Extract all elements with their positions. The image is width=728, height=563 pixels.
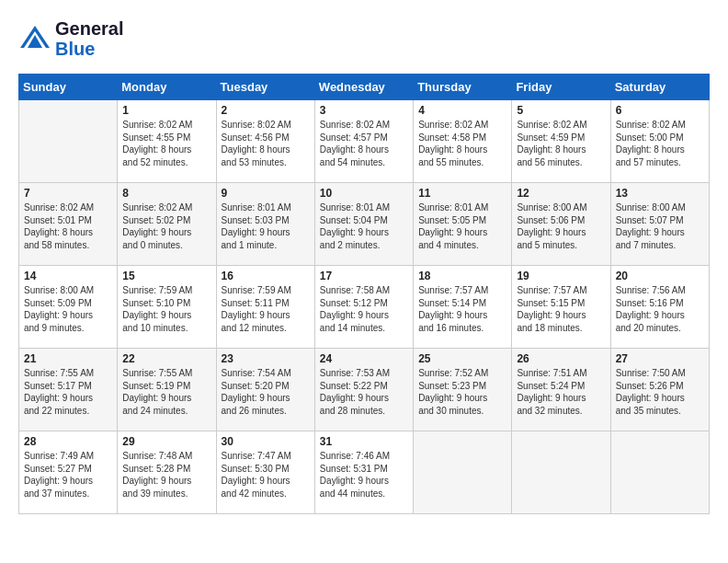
day-number: 10 <box>320 187 408 200</box>
calendar-cell: 25Sunrise: 7:52 AM Sunset: 5:23 PM Dayli… <box>414 349 512 431</box>
day-info: Sunrise: 8:01 AM Sunset: 5:05 PM Dayligh… <box>418 201 506 251</box>
calendar-cell: 22Sunrise: 7:55 AM Sunset: 5:19 PM Dayli… <box>118 349 216 431</box>
day-number: 5 <box>517 104 605 117</box>
day-info: Sunrise: 7:57 AM Sunset: 5:14 PM Dayligh… <box>418 284 506 334</box>
day-number: 15 <box>122 270 210 282</box>
calendar-cell: 27Sunrise: 7:50 AM Sunset: 5:26 PM Dayli… <box>610 349 709 431</box>
day-number: 17 <box>320 270 408 282</box>
calendar-cell: 30Sunrise: 7:47 AM Sunset: 5:30 PM Dayli… <box>216 431 314 514</box>
day-info: Sunrise: 7:54 AM Sunset: 5:20 PM Dayligh… <box>222 367 310 417</box>
day-number: 21 <box>24 352 112 365</box>
day-info: Sunrise: 8:02 AM Sunset: 4:58 PM Dayligh… <box>418 119 506 168</box>
weekday-header-monday: Monday <box>118 75 216 100</box>
calendar-cell: 28Sunrise: 7:49 AM Sunset: 5:27 PM Dayli… <box>19 431 118 514</box>
day-number: 26 <box>517 352 605 365</box>
calendar-cell: 16Sunrise: 7:59 AM Sunset: 5:11 PM Dayli… <box>216 266 314 349</box>
day-number: 8 <box>122 187 210 200</box>
day-number: 24 <box>320 352 408 365</box>
calendar-cell: 12Sunrise: 8:00 AM Sunset: 5:06 PM Dayli… <box>512 183 610 266</box>
calendar-cell: 17Sunrise: 7:58 AM Sunset: 5:12 PM Dayli… <box>314 266 413 349</box>
day-number: 19 <box>517 270 605 282</box>
day-number: 9 <box>222 187 310 200</box>
day-info: Sunrise: 7:50 AM Sunset: 5:26 PM Dayligh… <box>616 367 704 417</box>
week-row-4: 21Sunrise: 7:55 AM Sunset: 5:17 PM Dayli… <box>19 349 710 431</box>
calendar-cell <box>610 431 709 514</box>
day-info: Sunrise: 8:00 AM Sunset: 5:06 PM Dayligh… <box>517 201 605 251</box>
day-info: Sunrise: 7:52 AM Sunset: 5:23 PM Dayligh… <box>418 367 506 417</box>
week-row-2: 7Sunrise: 8:02 AM Sunset: 5:01 PM Daylig… <box>19 183 710 266</box>
calendar-cell: 18Sunrise: 7:57 AM Sunset: 5:14 PM Dayli… <box>414 266 512 349</box>
day-info: Sunrise: 8:02 AM Sunset: 4:56 PM Dayligh… <box>222 119 310 168</box>
calendar-cell: 10Sunrise: 8:01 AM Sunset: 5:04 PM Dayli… <box>314 183 413 266</box>
day-number: 16 <box>222 270 310 282</box>
day-number: 1 <box>122 104 210 117</box>
day-number: 3 <box>320 104 408 117</box>
day-info: Sunrise: 7:47 AM Sunset: 5:30 PM Dayligh… <box>222 450 310 500</box>
calendar-cell: 26Sunrise: 7:51 AM Sunset: 5:24 PM Dayli… <box>512 349 610 431</box>
calendar-cell: 13Sunrise: 8:00 AM Sunset: 5:07 PM Dayli… <box>610 183 709 266</box>
day-info: Sunrise: 8:02 AM Sunset: 4:55 PM Dayligh… <box>122 119 210 168</box>
day-number: 25 <box>418 352 506 365</box>
calendar-cell: 31Sunrise: 7:46 AM Sunset: 5:31 PM Dayli… <box>314 431 413 514</box>
day-number: 11 <box>418 187 506 200</box>
calendar-cell: 24Sunrise: 7:53 AM Sunset: 5:22 PM Dayli… <box>314 349 413 431</box>
day-info: Sunrise: 8:02 AM Sunset: 5:01 PM Dayligh… <box>24 201 112 251</box>
day-info: Sunrise: 7:59 AM Sunset: 5:11 PM Dayligh… <box>222 284 310 334</box>
week-row-5: 28Sunrise: 7:49 AM Sunset: 5:27 PM Dayli… <box>19 431 710 514</box>
day-number: 27 <box>616 352 704 365</box>
calendar-cell: 5Sunrise: 8:02 AM Sunset: 4:59 PM Daylig… <box>512 100 610 183</box>
day-number: 29 <box>122 435 210 448</box>
day-number: 14 <box>24 270 112 282</box>
weekday-header-sunday: Sunday <box>19 75 118 100</box>
day-info: Sunrise: 8:02 AM Sunset: 5:02 PM Dayligh… <box>122 201 210 251</box>
logo-text: General Blue <box>55 18 123 59</box>
day-number: 6 <box>616 104 704 117</box>
week-row-1: 1Sunrise: 8:02 AM Sunset: 4:55 PM Daylig… <box>19 100 710 183</box>
day-number: 7 <box>24 187 112 200</box>
day-number: 20 <box>616 270 704 282</box>
calendar-table: SundayMondayTuesdayWednesdayThursdayFrid… <box>18 74 710 514</box>
weekday-header-thursday: Thursday <box>414 75 512 100</box>
calendar-cell: 2Sunrise: 8:02 AM Sunset: 4:56 PM Daylig… <box>216 100 314 183</box>
day-info: Sunrise: 7:55 AM Sunset: 5:17 PM Dayligh… <box>24 367 112 417</box>
weekday-header-wednesday: Wednesday <box>314 75 413 100</box>
day-info: Sunrise: 7:51 AM Sunset: 5:24 PM Dayligh… <box>517 367 605 417</box>
day-info: Sunrise: 7:48 AM Sunset: 5:28 PM Dayligh… <box>122 450 210 500</box>
calendar-cell <box>414 431 512 514</box>
day-info: Sunrise: 7:53 AM Sunset: 5:22 PM Dayligh… <box>320 367 408 417</box>
calendar-cell: 15Sunrise: 7:59 AM Sunset: 5:10 PM Dayli… <box>118 266 216 349</box>
calendar-cell: 20Sunrise: 7:56 AM Sunset: 5:16 PM Dayli… <box>610 266 709 349</box>
day-number: 28 <box>24 435 112 448</box>
day-number: 12 <box>517 187 605 200</box>
day-info: Sunrise: 8:00 AM Sunset: 5:07 PM Dayligh… <box>616 201 704 251</box>
day-info: Sunrise: 7:56 AM Sunset: 5:16 PM Dayligh… <box>616 284 704 334</box>
logo-icon <box>18 22 51 55</box>
calendar-cell <box>512 431 610 514</box>
calendar-cell: 7Sunrise: 8:02 AM Sunset: 5:01 PM Daylig… <box>19 183 118 266</box>
day-number: 4 <box>418 104 506 117</box>
day-number: 2 <box>222 104 310 117</box>
calendar-cell: 23Sunrise: 7:54 AM Sunset: 5:20 PM Dayli… <box>216 349 314 431</box>
calendar-cell: 19Sunrise: 7:57 AM Sunset: 5:15 PM Dayli… <box>512 266 610 349</box>
calendar-cell: 21Sunrise: 7:55 AM Sunset: 5:17 PM Dayli… <box>19 349 118 431</box>
day-info: Sunrise: 7:57 AM Sunset: 5:15 PM Dayligh… <box>517 284 605 334</box>
day-info: Sunrise: 7:59 AM Sunset: 5:10 PM Dayligh… <box>122 284 210 334</box>
calendar-cell: 11Sunrise: 8:01 AM Sunset: 5:05 PM Dayli… <box>414 183 512 266</box>
calendar-cell: 3Sunrise: 8:02 AM Sunset: 4:57 PM Daylig… <box>314 100 413 183</box>
day-number: 23 <box>222 352 310 365</box>
day-info: Sunrise: 8:02 AM Sunset: 4:57 PM Dayligh… <box>320 119 408 168</box>
day-info: Sunrise: 8:02 AM Sunset: 4:59 PM Dayligh… <box>517 119 605 168</box>
day-info: Sunrise: 8:01 AM Sunset: 5:03 PM Dayligh… <box>222 201 310 251</box>
day-number: 13 <box>616 187 704 200</box>
calendar-cell: 6Sunrise: 8:02 AM Sunset: 5:00 PM Daylig… <box>610 100 709 183</box>
day-number: 30 <box>222 435 310 448</box>
week-row-3: 14Sunrise: 8:00 AM Sunset: 5:09 PM Dayli… <box>19 266 710 349</box>
day-info: Sunrise: 8:01 AM Sunset: 5:04 PM Dayligh… <box>320 201 408 251</box>
weekday-header-saturday: Saturday <box>610 75 709 100</box>
calendar-cell: 29Sunrise: 7:48 AM Sunset: 5:28 PM Dayli… <box>118 431 216 514</box>
day-info: Sunrise: 7:55 AM Sunset: 5:19 PM Dayligh… <box>122 367 210 417</box>
day-info: Sunrise: 7:49 AM Sunset: 5:27 PM Dayligh… <box>24 450 112 500</box>
day-info: Sunrise: 7:58 AM Sunset: 5:12 PM Dayligh… <box>320 284 408 334</box>
day-info: Sunrise: 8:00 AM Sunset: 5:09 PM Dayligh… <box>24 284 112 334</box>
calendar-cell: 8Sunrise: 8:02 AM Sunset: 5:02 PM Daylig… <box>118 183 216 266</box>
